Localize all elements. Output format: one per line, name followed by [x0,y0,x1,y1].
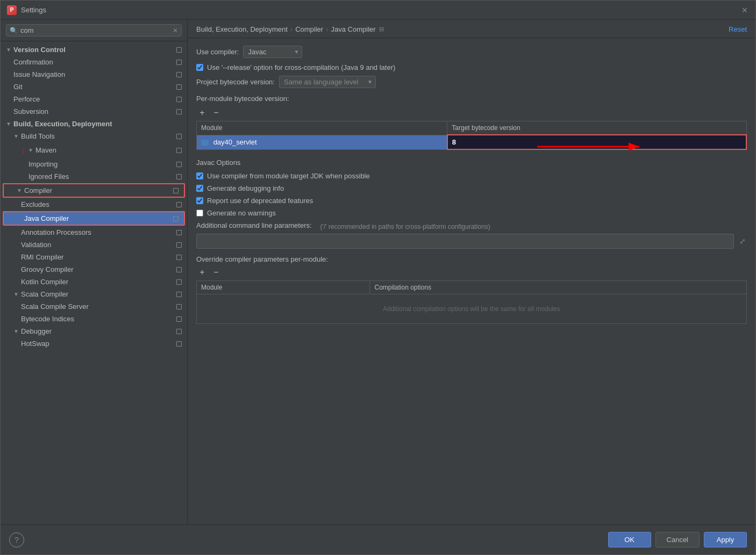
settings-icon [176,255,182,260]
sidebar-item-hotswap[interactable]: HotSwap [1,337,187,350]
main-panel: Build, Execution, Deployment › Compiler … [188,20,755,524]
module-table-container: Module Target bytecode version day40_ser… [196,121,747,150]
settings-icon [176,242,182,248]
version-col-header: Target bytecode version [447,121,746,135]
reset-button[interactable]: Reset [729,25,747,33]
override-add-button[interactable]: + [196,266,208,278]
settings-icon [176,109,182,114]
expand-arrow: ▼ [13,328,19,334]
sidebar-item-scala-compiler[interactable]: ▼ Scala Compiler [1,288,187,300]
settings-icon [176,304,182,309]
sidebar-item-version-control[interactable]: ▼ Version Control [1,44,187,56]
override-label: Override compiler parameters per-module: [196,255,747,263]
sidebar-item-perforce[interactable]: Perforce [1,93,187,105]
breadcrumb-part3: Java Compiler [331,25,376,33]
compiler-select[interactable]: Javac Eclipse Ajc [243,46,302,58]
expand-params-button[interactable]: ⤢ [738,236,747,247]
override-empty-row: Additional compilation options will be t… [197,294,747,324]
sidebar-item-bytecode-indices[interactable]: Bytecode Indices [1,313,187,325]
sidebar-item-kotlin-compiler[interactable]: Kotlin Compiler [1,276,187,288]
app-icon: P [7,5,17,15]
override-options-col: Compilation options [370,281,747,294]
search-input-wrap: 🔍 ✕ [6,24,182,37]
bytecode-select-wrap: Same as language level 8 11 17 ▼ [279,76,376,88]
ok-button[interactable]: OK [608,532,651,547]
breadcrumb-sep1: › [290,25,293,33]
search-clear-icon[interactable]: ✕ [173,27,178,34]
apply-button[interactable]: Apply [704,532,747,547]
settings-icon [176,148,182,153]
per-module-remove-button[interactable]: − [210,107,222,119]
settings-icon [173,216,179,221]
sidebar-item-confirmation[interactable]: Confirmation [1,56,187,68]
settings-icon [176,230,182,235]
use-compiler-label: Use compiler: [196,48,239,56]
per-module-label: Per-module bytecode version: [196,95,747,103]
expand-arrow: ▼ [13,291,19,297]
release-option-row: Use '--release' option for cross-compila… [196,63,747,71]
release-option-checkbox[interactable] [196,64,203,71]
sidebar-item-rmi-compiler[interactable]: RMI Compiler [1,251,187,263]
settings-icon [176,279,182,285]
use-compiler-module-label: Use compiler from module target JDK when… [207,172,370,180]
sidebar-item-subversion[interactable]: Subversion [1,105,187,118]
sidebar-item-scala-compile-server[interactable]: Scala Compile Server [1,300,187,313]
settings-icon [176,97,182,102]
additional-params-header: Additional command line parameters: ('/'… [196,221,747,232]
settings-icon [176,316,182,322]
search-icon: 🔍 [10,27,18,34]
additional-params-input[interactable] [196,234,734,249]
generate-no-warnings-label: Generate no warnings [207,209,276,217]
help-button[interactable]: ? [9,532,24,547]
bottom-bar: ? OK Cancel Apply [1,524,755,554]
settings-icon [176,72,182,77]
cancel-button[interactable]: Cancel [655,532,700,547]
sidebar: 🔍 ✕ ▼ Version Control Confirmation Iss [1,20,188,524]
sidebar-item-issue-navigation[interactable]: Issue Navigation [1,68,187,81]
folder-icon [201,140,209,146]
settings-icon [176,329,182,334]
sidebar-item-groovy-compiler[interactable]: Groovy Compiler [1,263,187,276]
compiler-row: Use compiler: Javac Eclipse Ajc ▼ [196,46,747,58]
bytecode-select[interactable]: Same as language level 8 11 17 [279,76,376,88]
generate-debug-checkbox[interactable] [196,185,203,192]
module-table: Module Target bytecode version day40_ser… [196,121,747,150]
sidebar-item-annotation-processors[interactable]: Annotation Processors [1,226,187,239]
override-remove-button[interactable]: − [210,266,222,278]
settings-icon [176,60,182,65]
sidebar-item-excludes[interactable]: Excludes [1,198,187,211]
settings-icon [176,84,182,90]
report-deprecated-checkbox[interactable] [196,197,203,204]
sidebar-item-build-tools[interactable]: ▼ Build Tools [1,130,187,142]
sidebar-item-validation[interactable]: Validation [1,239,187,251]
sidebar-item-debugger[interactable]: ▼ Debugger [1,325,187,337]
use-compiler-module-checkbox[interactable] [196,172,203,179]
generate-no-warnings-checkbox[interactable] [196,210,203,217]
settings-icon [176,267,182,272]
sidebar-item-git[interactable]: Git [1,81,187,93]
sidebar-tree: ▼ Version Control Confirmation Issue Nav… [1,41,187,524]
settings-icon [176,341,182,347]
sidebar-item-build-execution-deployment[interactable]: ▼ Build, Execution, Deployment [1,118,187,130]
sidebar-item-maven[interactable]: ↓ ▼ Maven [1,142,187,158]
sidebar-item-ignored-files[interactable]: Ignored Files [1,170,187,183]
sidebar-item-compiler[interactable]: ▼ Compiler [4,184,184,197]
sidebar-item-java-compiler[interactable]: Java Compiler [4,212,184,225]
close-button[interactable]: ✕ [740,6,749,15]
expand-arrow: ▼ [6,47,11,53]
override-add-remove-bar: + − [196,266,747,278]
generate-debug-label: Generate debugging info [207,184,284,192]
report-deprecated-row: Report use of deprecated features [196,197,747,205]
search-input[interactable] [20,26,173,34]
bytecode-cell[interactable]: 8 [447,135,746,149]
sidebar-item-importing[interactable]: Importing [1,158,187,170]
expand-arrow: ▼ [13,133,19,139]
params-input-row: ⤢ [196,234,747,249]
table-row[interactable]: day40_servlet 8 [197,135,747,149]
per-module-add-button[interactable]: + [196,107,208,119]
settings-icon [176,47,182,53]
expand-arrow: ▼ [28,147,33,153]
generate-debug-row: Generate debugging info [196,184,747,192]
red-arrow-icon: ↓ [21,145,26,156]
main-content: 🔍 ✕ ▼ Version Control Confirmation Iss [1,20,755,524]
